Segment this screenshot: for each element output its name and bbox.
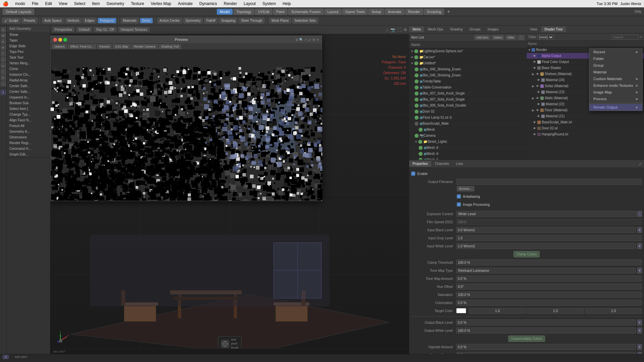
input-black-input[interactable]	[456, 227, 636, 233]
target-color-r[interactable]: 1.0	[469, 308, 526, 314]
target-color-swatch[interactable]	[456, 308, 466, 313]
item-sofa-double[interactable]: ▣ 9bs_008_Sofa_Knoll_Double	[409, 103, 527, 109]
tab-items[interactable]: Items	[409, 26, 424, 32]
tone-map-amount-input[interactable]	[456, 276, 642, 282]
item-scene-untitled[interactable]: ▼ 📁 Untitled*	[409, 60, 527, 66]
item-door-02[interactable]: ▣ Door 02	[409, 109, 527, 115]
apple-menu[interactable]: 🍎	[3, 1, 8, 6]
output-gamma-input[interactable]	[456, 352, 636, 354]
ctx-recent[interactable]: Recent ▶	[589, 49, 642, 55]
tab-render[interactable]: Render	[405, 9, 423, 15]
input-white-input[interactable]	[456, 243, 636, 249]
ray-gl-btn[interactable]: Ray GL: Off	[94, 27, 116, 32]
viewport-home-icon[interactable]: ⌂	[386, 27, 388, 32]
output-white-input[interactable]	[456, 327, 636, 334]
item-street-lights[interactable]: ▼ 📁 Street_Lights	[409, 139, 527, 145]
shader-door-02[interactable]: 👁 Door 02.ixl	[527, 125, 644, 131]
tool-boolean-sub[interactable]: Boolean Sub	[7, 100, 50, 106]
clamp-colors-btn[interactable]: Clamp Colors	[514, 251, 540, 257]
input-black-side-btn[interactable]: ▼	[637, 227, 642, 233]
item-mesh-4[interactable]: ▣ Mesh ④	[409, 157, 527, 160]
viewport-camera-icon[interactable]: 📷	[390, 27, 395, 32]
shader-hanging-round[interactable]: 👁 HangingRound.ixl	[527, 131, 644, 137]
target-color-g[interactable]: 1.0	[527, 308, 584, 314]
menu-item[interactable]: Item	[91, 1, 101, 7]
tool-vertex-merge[interactable]: Vertex Merg...	[7, 60, 50, 66]
tab-model[interactable]: Model	[217, 9, 233, 15]
tool-tack[interactable]: Tack Tool	[7, 55, 50, 60]
saturation-input[interactable]	[456, 292, 642, 298]
tool-freeze-all[interactable]: Freeze All	[7, 123, 50, 129]
ctx-image-map[interactable]: Image Map ▶	[589, 89, 642, 96]
preview-camera-btn[interactable]: Render Camera	[131, 44, 158, 49]
ctx-folder[interactable]: Folder	[589, 55, 642, 62]
auto-space-btn[interactable]: Auto Space	[42, 18, 64, 23]
tab-setup[interactable]: Setup	[368, 9, 384, 15]
item-table-conv[interactable]: ▣ Table-Conversation	[409, 84, 527, 90]
add-geometry-header[interactable]: Add Geometry	[7, 25, 50, 32]
menu-select[interactable]: Select	[73, 1, 87, 7]
mini-tool-1[interactable]: Q	[1, 27, 6, 32]
tool-select-item[interactable]: Select Item [	[7, 106, 50, 112]
mini-tool-8[interactable]: I	[1, 69, 6, 74]
menu-animate[interactable]: Animate	[176, 1, 194, 7]
symmetry-btn[interactable]: Symmetry	[183, 18, 203, 23]
unpremultiply-btn[interactable]: Unpremultiply Colors	[508, 336, 545, 342]
output-gamma-side-btn[interactable]: ▼	[637, 352, 642, 354]
preview-icon-2[interactable]: 🔍	[299, 38, 303, 42]
tool-center-safe-1[interactable]: Center Safe...	[7, 83, 50, 89]
mini-tool-4[interactable]: R	[1, 45, 6, 50]
mini-tool-6[interactable]: Y	[1, 57, 6, 62]
tool-instance-clone[interactable]: Instance Clo...	[7, 72, 50, 77]
tab-mesh-ops[interactable]: Mesh Ops	[424, 26, 447, 32]
ctx-custom-materials[interactable]: Custom Materials ▶	[589, 75, 642, 82]
preview-icon-4[interactable]: 🖊	[308, 38, 311, 42]
tool-align-face[interactable]: Align Face N...	[7, 117, 50, 123]
vignette-input[interactable]	[456, 344, 636, 350]
output-white-side-btn[interactable]: ▼	[637, 327, 642, 334]
ctx-enhance-modo[interactable]: Enhance modo Textures ▶	[589, 82, 642, 89]
tool-unparent[interactable]: Unparent In...	[7, 95, 50, 100]
menu-layout[interactable]: Layout	[242, 1, 257, 7]
ctx-process[interactable]: Process ▶	[589, 96, 642, 102]
item-sofa-knoll-2[interactable]: ▣ 9bs_007_Sofa_Knoll_Single	[409, 97, 527, 103]
tool-change-type[interactable]: Change Typ...	[7, 112, 50, 117]
item-floor-lamp[interactable]: ▣ Floor Lamp 01.ixl ②	[409, 115, 527, 121]
input-gray-input[interactable]	[456, 235, 642, 241]
item-mesh-3[interactable]: ▣ Mesh ③	[409, 151, 527, 157]
tab-view[interactable]: View	[527, 26, 541, 32]
menu-help[interactable]: Help	[281, 1, 292, 7]
tool-shear[interactable]: Shear	[7, 32, 50, 38]
ai-status-btn[interactable]: Ai	[3, 355, 9, 359]
tab-groups[interactable]: Groups	[466, 26, 484, 32]
preview-shading-btn[interactable]: Shading: Full	[159, 44, 181, 49]
tool-command-h[interactable]: Command H...	[7, 146, 50, 152]
tab-uvedit[interactable]: UVEdit	[255, 9, 272, 15]
menu-vertex-map[interactable]: Vertex Map	[150, 1, 173, 7]
select-item-btn[interactable]: Select	[492, 35, 504, 40]
hue-offset-input[interactable]	[456, 284, 642, 290]
menu-dynamics[interactable]: Dynamics	[198, 1, 218, 7]
colorization-input[interactable]	[456, 300, 642, 306]
preview-effect-btn[interactable]: Effect: Final Co...	[68, 44, 96, 49]
exposure-control-value[interactable]: White Level	[456, 211, 637, 217]
tool-graph-edit[interactable]: Graph Edit...	[7, 152, 50, 157]
tone-map-type-side-btn[interactable]: ▼	[637, 267, 642, 274]
preview-titlebar[interactable]: Preview ⊞ 🔍 ⤢ 🖊 ⚙ ✕	[51, 36, 322, 43]
antialiasing-checkbox[interactable]: ✓	[457, 194, 461, 198]
preview-options-btn[interactable]: Options	[52, 44, 67, 49]
tab-images[interactable]: Images	[484, 26, 502, 32]
tool-render-regi[interactable]: Render Regi...	[7, 140, 50, 146]
tab-shader-tree[interactable]: Shader Tree	[541, 26, 567, 32]
selection-sets-btn[interactable]: Selection Sets	[292, 18, 318, 23]
tab-topology[interactable]: Topology	[233, 9, 254, 15]
shader-search-input[interactable]	[612, 35, 639, 40]
vignette-side-btn[interactable]: ▼	[637, 344, 642, 350]
menu-system[interactable]: System	[261, 1, 277, 7]
tone-map-type-value[interactable]: Reinhard Luminance	[456, 268, 636, 274]
menu-edit[interactable]: Edit	[44, 1, 53, 7]
target-color-b[interactable]: 1.0	[585, 308, 642, 314]
tool-taper[interactable]: Taper	[7, 38, 50, 43]
tab-game-tools[interactable]: Game Tools	[342, 9, 368, 15]
polygons-btn[interactable]: Polygons	[98, 18, 116, 23]
